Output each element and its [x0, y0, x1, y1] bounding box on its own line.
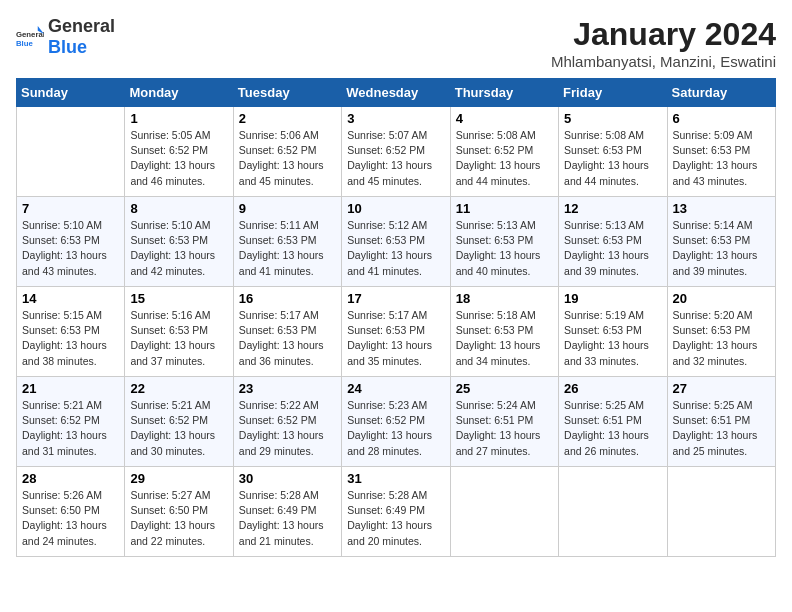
day-number: 2 — [239, 111, 336, 126]
week-row-4: 21Sunrise: 5:21 AMSunset: 6:52 PMDayligh… — [17, 377, 776, 467]
calendar-cell: 19Sunrise: 5:19 AMSunset: 6:53 PMDayligh… — [559, 287, 667, 377]
calendar-cell: 1Sunrise: 5:05 AMSunset: 6:52 PMDaylight… — [125, 107, 233, 197]
day-number: 19 — [564, 291, 661, 306]
day-info: Sunrise: 5:22 AMSunset: 6:52 PMDaylight:… — [239, 398, 336, 459]
calendar-cell: 22Sunrise: 5:21 AMSunset: 6:52 PMDayligh… — [125, 377, 233, 467]
weekday-header-thursday: Thursday — [450, 79, 558, 107]
day-info: Sunrise: 5:11 AMSunset: 6:53 PMDaylight:… — [239, 218, 336, 279]
day-info: Sunrise: 5:26 AMSunset: 6:50 PMDaylight:… — [22, 488, 119, 549]
day-info: Sunrise: 5:24 AMSunset: 6:51 PMDaylight:… — [456, 398, 553, 459]
weekday-header-saturday: Saturday — [667, 79, 775, 107]
logo-general: General — [48, 16, 115, 36]
week-row-5: 28Sunrise: 5:26 AMSunset: 6:50 PMDayligh… — [17, 467, 776, 557]
day-number: 24 — [347, 381, 444, 396]
day-number: 21 — [22, 381, 119, 396]
logo-icon: General Blue — [16, 23, 44, 51]
logo: General Blue General Blue — [16, 16, 115, 58]
calendar-cell: 30Sunrise: 5:28 AMSunset: 6:49 PMDayligh… — [233, 467, 341, 557]
day-info: Sunrise: 5:05 AMSunset: 6:52 PMDaylight:… — [130, 128, 227, 189]
day-number: 4 — [456, 111, 553, 126]
logo-blue: Blue — [48, 37, 87, 57]
day-info: Sunrise: 5:21 AMSunset: 6:52 PMDaylight:… — [130, 398, 227, 459]
weekday-header-row: SundayMondayTuesdayWednesdayThursdayFrid… — [17, 79, 776, 107]
calendar-cell: 10Sunrise: 5:12 AMSunset: 6:53 PMDayligh… — [342, 197, 450, 287]
calendar-cell: 20Sunrise: 5:20 AMSunset: 6:53 PMDayligh… — [667, 287, 775, 377]
calendar-cell: 26Sunrise: 5:25 AMSunset: 6:51 PMDayligh… — [559, 377, 667, 467]
day-info: Sunrise: 5:20 AMSunset: 6:53 PMDaylight:… — [673, 308, 770, 369]
calendar-cell: 25Sunrise: 5:24 AMSunset: 6:51 PMDayligh… — [450, 377, 558, 467]
day-info: Sunrise: 5:06 AMSunset: 6:52 PMDaylight:… — [239, 128, 336, 189]
day-info: Sunrise: 5:27 AMSunset: 6:50 PMDaylight:… — [130, 488, 227, 549]
calendar-cell: 2Sunrise: 5:06 AMSunset: 6:52 PMDaylight… — [233, 107, 341, 197]
day-number: 16 — [239, 291, 336, 306]
calendar-subtitle: Mhlambanyatsi, Manzini, Eswatini — [551, 53, 776, 70]
day-info: Sunrise: 5:08 AMSunset: 6:53 PMDaylight:… — [564, 128, 661, 189]
calendar-cell: 8Sunrise: 5:10 AMSunset: 6:53 PMDaylight… — [125, 197, 233, 287]
day-number: 29 — [130, 471, 227, 486]
day-info: Sunrise: 5:12 AMSunset: 6:53 PMDaylight:… — [347, 218, 444, 279]
day-info: Sunrise: 5:25 AMSunset: 6:51 PMDaylight:… — [673, 398, 770, 459]
calendar-cell — [450, 467, 558, 557]
calendar-cell: 9Sunrise: 5:11 AMSunset: 6:53 PMDaylight… — [233, 197, 341, 287]
calendar-cell — [667, 467, 775, 557]
calendar-cell — [17, 107, 125, 197]
day-info: Sunrise: 5:16 AMSunset: 6:53 PMDaylight:… — [130, 308, 227, 369]
day-number: 8 — [130, 201, 227, 216]
calendar-cell: 3Sunrise: 5:07 AMSunset: 6:52 PMDaylight… — [342, 107, 450, 197]
calendar-table: SundayMondayTuesdayWednesdayThursdayFrid… — [16, 78, 776, 557]
calendar-cell: 15Sunrise: 5:16 AMSunset: 6:53 PMDayligh… — [125, 287, 233, 377]
day-number: 7 — [22, 201, 119, 216]
logo-text: General Blue — [48, 16, 115, 58]
weekday-header-wednesday: Wednesday — [342, 79, 450, 107]
day-info: Sunrise: 5:13 AMSunset: 6:53 PMDaylight:… — [456, 218, 553, 279]
day-number: 1 — [130, 111, 227, 126]
calendar-cell — [559, 467, 667, 557]
title-area: January 2024 Mhlambanyatsi, Manzini, Esw… — [551, 16, 776, 70]
day-info: Sunrise: 5:13 AMSunset: 6:53 PMDaylight:… — [564, 218, 661, 279]
day-number: 18 — [456, 291, 553, 306]
svg-text:Blue: Blue — [16, 39, 34, 48]
calendar-cell: 5Sunrise: 5:08 AMSunset: 6:53 PMDaylight… — [559, 107, 667, 197]
day-info: Sunrise: 5:25 AMSunset: 6:51 PMDaylight:… — [564, 398, 661, 459]
calendar-cell: 31Sunrise: 5:28 AMSunset: 6:49 PMDayligh… — [342, 467, 450, 557]
week-row-3: 14Sunrise: 5:15 AMSunset: 6:53 PMDayligh… — [17, 287, 776, 377]
day-number: 27 — [673, 381, 770, 396]
day-info: Sunrise: 5:17 AMSunset: 6:53 PMDaylight:… — [239, 308, 336, 369]
day-number: 22 — [130, 381, 227, 396]
day-number: 15 — [130, 291, 227, 306]
day-number: 6 — [673, 111, 770, 126]
calendar-cell: 24Sunrise: 5:23 AMSunset: 6:52 PMDayligh… — [342, 377, 450, 467]
calendar-cell: 17Sunrise: 5:17 AMSunset: 6:53 PMDayligh… — [342, 287, 450, 377]
calendar-cell: 23Sunrise: 5:22 AMSunset: 6:52 PMDayligh… — [233, 377, 341, 467]
calendar-cell: 7Sunrise: 5:10 AMSunset: 6:53 PMDaylight… — [17, 197, 125, 287]
day-info: Sunrise: 5:28 AMSunset: 6:49 PMDaylight:… — [347, 488, 444, 549]
calendar-cell: 12Sunrise: 5:13 AMSunset: 6:53 PMDayligh… — [559, 197, 667, 287]
week-row-1: 1Sunrise: 5:05 AMSunset: 6:52 PMDaylight… — [17, 107, 776, 197]
day-number: 11 — [456, 201, 553, 216]
day-number: 25 — [456, 381, 553, 396]
day-number: 5 — [564, 111, 661, 126]
calendar-cell: 18Sunrise: 5:18 AMSunset: 6:53 PMDayligh… — [450, 287, 558, 377]
week-row-2: 7Sunrise: 5:10 AMSunset: 6:53 PMDaylight… — [17, 197, 776, 287]
day-number: 28 — [22, 471, 119, 486]
day-number: 14 — [22, 291, 119, 306]
day-number: 23 — [239, 381, 336, 396]
day-info: Sunrise: 5:28 AMSunset: 6:49 PMDaylight:… — [239, 488, 336, 549]
weekday-header-tuesday: Tuesday — [233, 79, 341, 107]
calendar-cell: 13Sunrise: 5:14 AMSunset: 6:53 PMDayligh… — [667, 197, 775, 287]
day-number: 26 — [564, 381, 661, 396]
day-info: Sunrise: 5:10 AMSunset: 6:53 PMDaylight:… — [22, 218, 119, 279]
calendar-cell: 11Sunrise: 5:13 AMSunset: 6:53 PMDayligh… — [450, 197, 558, 287]
calendar-cell: 28Sunrise: 5:26 AMSunset: 6:50 PMDayligh… — [17, 467, 125, 557]
calendar-title: January 2024 — [551, 16, 776, 53]
day-info: Sunrise: 5:18 AMSunset: 6:53 PMDaylight:… — [456, 308, 553, 369]
day-info: Sunrise: 5:19 AMSunset: 6:53 PMDaylight:… — [564, 308, 661, 369]
day-number: 9 — [239, 201, 336, 216]
day-number: 13 — [673, 201, 770, 216]
day-info: Sunrise: 5:23 AMSunset: 6:52 PMDaylight:… — [347, 398, 444, 459]
day-info: Sunrise: 5:08 AMSunset: 6:52 PMDaylight:… — [456, 128, 553, 189]
day-info: Sunrise: 5:10 AMSunset: 6:53 PMDaylight:… — [130, 218, 227, 279]
calendar-cell: 14Sunrise: 5:15 AMSunset: 6:53 PMDayligh… — [17, 287, 125, 377]
day-info: Sunrise: 5:09 AMSunset: 6:53 PMDaylight:… — [673, 128, 770, 189]
day-info: Sunrise: 5:14 AMSunset: 6:53 PMDaylight:… — [673, 218, 770, 279]
